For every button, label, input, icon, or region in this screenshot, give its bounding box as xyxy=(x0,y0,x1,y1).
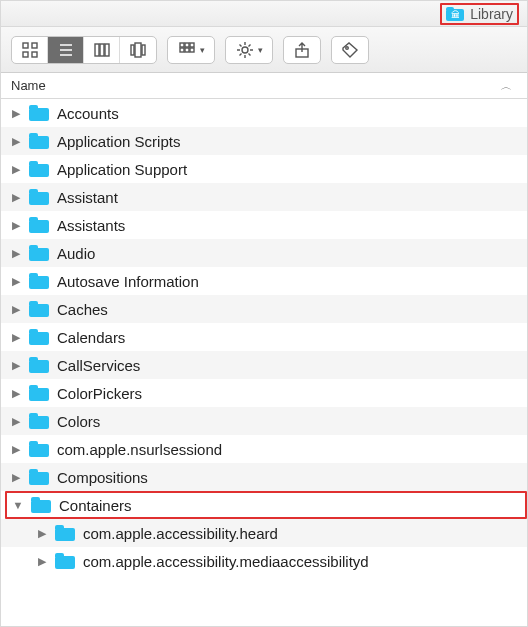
disclosure-right-icon[interactable]: ▶ xyxy=(11,107,21,120)
folder-icon xyxy=(31,497,51,513)
svg-rect-3 xyxy=(32,52,37,57)
disclosure-right-icon[interactable]: ▶ xyxy=(11,275,21,288)
svg-rect-14 xyxy=(185,43,189,47)
disclosure-right-icon[interactable]: ▶ xyxy=(11,443,21,456)
coverflow-view-button[interactable] xyxy=(120,37,156,63)
disclosure-right-icon[interactable]: ▶ xyxy=(11,359,21,372)
list-item[interactable]: ▶Audio xyxy=(1,239,527,267)
window-title[interactable]: 🏛 Library xyxy=(440,3,519,25)
svg-rect-15 xyxy=(190,43,194,47)
item-label: com.apple.accessibility.mediaaccessibili… xyxy=(83,553,369,570)
list-item[interactable]: ▶Colors xyxy=(1,407,527,435)
disclosure-right-icon[interactable]: ▶ xyxy=(11,387,21,400)
svg-rect-12 xyxy=(142,45,145,55)
item-label: com.apple.nsurlsessiond xyxy=(57,441,222,458)
arrange-icon xyxy=(178,41,196,59)
svg-rect-7 xyxy=(95,44,99,56)
folder-icon xyxy=(29,441,49,457)
item-label: Accounts xyxy=(57,105,119,122)
list-item[interactable]: ▶Caches xyxy=(1,295,527,323)
folder-icon xyxy=(29,217,49,233)
list-item[interactable]: ▶CallServices xyxy=(1,351,527,379)
disclosure-right-icon[interactable]: ▶ xyxy=(11,415,21,428)
grid-icon xyxy=(21,41,39,59)
list-item[interactable]: ▶Calendars xyxy=(1,323,527,351)
svg-rect-16 xyxy=(180,48,184,52)
svg-point-21 xyxy=(346,46,349,49)
list-item[interactable]: ▶Accounts xyxy=(1,99,527,127)
disclosure-right-icon[interactable]: ▶ xyxy=(11,219,21,232)
item-label: ColorPickers xyxy=(57,385,142,402)
chevron-down-icon: ▾ xyxy=(258,45,263,55)
item-label: Assistants xyxy=(57,217,125,234)
folder-icon xyxy=(29,273,49,289)
list-view-button[interactable] xyxy=(48,37,84,63)
disclosure-right-icon[interactable]: ▶ xyxy=(11,471,21,484)
svg-rect-8 xyxy=(100,44,104,56)
disclosure-right-icon[interactable]: ▶ xyxy=(11,135,21,148)
gear-icon xyxy=(236,41,254,59)
arrange-button[interactable]: ▾ xyxy=(167,36,215,64)
disclosure-right-icon[interactable]: ▶ xyxy=(37,527,47,540)
list-item-child[interactable]: ▶com.apple.accessibility.mediaaccessibil… xyxy=(1,547,527,575)
list-item[interactable]: ▶Application Support xyxy=(1,155,527,183)
list-icon xyxy=(57,41,75,59)
file-list: ▶Accounts▶Application Scripts▶Applicatio… xyxy=(1,99,527,626)
folder-icon xyxy=(29,245,49,261)
disclosure-right-icon[interactable]: ▶ xyxy=(11,331,21,344)
library-folder-icon: 🏛 xyxy=(446,7,464,21)
folder-icon xyxy=(29,469,49,485)
svg-rect-13 xyxy=(180,43,184,47)
svg-rect-1 xyxy=(32,43,37,48)
icon-view-button[interactable] xyxy=(12,37,48,63)
disclosure-right-icon[interactable]: ▶ xyxy=(37,555,47,568)
tags-button[interactable] xyxy=(331,36,369,64)
list-item[interactable]: ▶com.apple.nsurlsessiond xyxy=(1,435,527,463)
list-item-child[interactable]: ▶com.apple.accessibility.heard xyxy=(1,519,527,547)
list-item[interactable]: ▶ColorPickers xyxy=(1,379,527,407)
title-bar: 🏛 Library xyxy=(1,1,527,27)
folder-icon xyxy=(29,133,49,149)
action-button[interactable]: ▾ xyxy=(225,36,273,64)
view-switcher xyxy=(11,36,157,64)
item-label: Application Support xyxy=(57,161,187,178)
item-label: com.apple.accessibility.heard xyxy=(83,525,278,542)
folder-icon xyxy=(29,413,49,429)
folder-icon xyxy=(29,189,49,205)
disclosure-right-icon[interactable]: ▶ xyxy=(11,163,21,176)
list-item[interactable]: ▼Containers xyxy=(5,491,527,519)
folder-icon xyxy=(55,553,75,569)
disclosure-right-icon[interactable]: ▶ xyxy=(11,191,21,204)
list-item[interactable]: ▶Assistants xyxy=(1,211,527,239)
window-title-label: Library xyxy=(470,6,513,22)
folder-icon xyxy=(29,301,49,317)
column-header[interactable]: Name 〈 xyxy=(1,73,527,99)
column-name-label: Name xyxy=(11,78,494,93)
svg-rect-0 xyxy=(23,43,28,48)
item-label: Audio xyxy=(57,245,95,262)
finder-window: 🏛 Library ▾ ▾ xyxy=(0,0,528,627)
disclosure-down-icon[interactable]: ▼ xyxy=(13,499,23,511)
item-label: Caches xyxy=(57,301,108,318)
column-view-button[interactable] xyxy=(84,37,120,63)
disclosure-right-icon[interactable]: ▶ xyxy=(11,303,21,316)
list-item[interactable]: ▶Autosave Information xyxy=(1,267,527,295)
folder-icon xyxy=(29,329,49,345)
svg-point-19 xyxy=(242,47,248,53)
item-label: Assistant xyxy=(57,189,118,206)
item-label: CallServices xyxy=(57,357,140,374)
share-button[interactable] xyxy=(283,36,321,64)
columns-icon xyxy=(93,41,111,59)
item-label: Compositions xyxy=(57,469,148,486)
list-item[interactable]: ▶Compositions xyxy=(1,463,527,491)
disclosure-right-icon[interactable]: ▶ xyxy=(11,247,21,260)
tag-icon xyxy=(341,41,359,59)
list-item[interactable]: ▶Application Scripts xyxy=(1,127,527,155)
gallery-icon xyxy=(129,41,147,59)
item-label: Calendars xyxy=(57,329,125,346)
toolbar: ▾ ▾ xyxy=(1,27,527,73)
item-label: Containers xyxy=(59,497,132,514)
list-item[interactable]: ▶Assistant xyxy=(1,183,527,211)
folder-icon xyxy=(55,525,75,541)
folder-icon xyxy=(29,357,49,373)
